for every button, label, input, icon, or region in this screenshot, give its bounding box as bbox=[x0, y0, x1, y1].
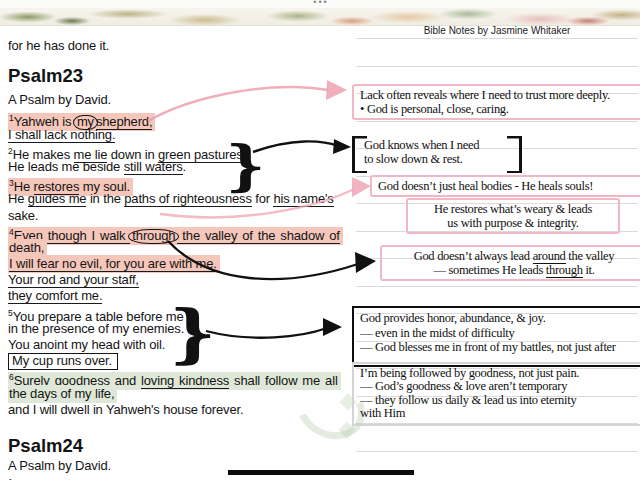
note-text-segment: • God is personal, close, caring. bbox=[360, 102, 509, 116]
note-text-segment: God doesn’t just heal bodies - He heals … bbox=[378, 179, 593, 193]
note-line: I’m being followed by goodness, not just… bbox=[360, 367, 640, 380]
note-text-segment: — God blesses me in front of my battles,… bbox=[360, 340, 616, 354]
note-line: God doesn’t always lead around the valle… bbox=[388, 249, 640, 263]
verse-line: He leads me beside still waters. bbox=[8, 159, 354, 175]
verse-line: 2He makes me lie down in green pastures. bbox=[8, 143, 354, 159]
curly-brace-ink: } bbox=[169, 295, 216, 370]
text-segment: A Psalm by David. bbox=[8, 458, 111, 473]
boxed-phrase-ink: My cup runs over. bbox=[8, 353, 118, 370]
note-lack-reveals: Lack often reveals where I need to trust… bbox=[352, 84, 640, 120]
text-segment: still waters bbox=[124, 159, 183, 175]
floral-cover-strip bbox=[0, 8, 640, 26]
text-segment: the days of my life, bbox=[9, 386, 114, 401]
verse-line: I will fear no evil, for you are with me… bbox=[8, 256, 354, 272]
green-highlight: the days of my life, bbox=[8, 385, 117, 403]
note-text-segment: Lack often reveals where I need to trust… bbox=[360, 88, 610, 102]
verse-line: and I will dwell in Yahweh's house forev… bbox=[8, 402, 354, 418]
text-segment: guides me bbox=[28, 191, 87, 207]
text-segment: they comfort me. bbox=[8, 288, 102, 304]
note-text-segment: God provides honor, abundance, & joy. bbox=[360, 311, 545, 325]
note-line: — they follow us daily & lead us into et… bbox=[360, 394, 640, 407]
curly-brace-ink: } bbox=[225, 133, 265, 197]
note-text-segment: through bbox=[546, 263, 583, 278]
psalm24-heading: Psalm24 bbox=[8, 434, 354, 458]
note-restores-weary: He restores what’s weary & leadsus with … bbox=[406, 198, 620, 234]
bible-text-column: for he has done it.Psalm23A Psalm by Dav… bbox=[8, 38, 354, 480]
pink-highlight: 4Even though I walk through the valley o… bbox=[8, 227, 343, 245]
verse-line: 4Even though I walk through the valley o… bbox=[8, 224, 354, 240]
note-text-segment: with Him bbox=[360, 406, 405, 420]
verse-line: He guides me in the paths of righteousne… bbox=[8, 191, 354, 207]
top-toolbar: ••• bbox=[0, 0, 640, 8]
text-segment: . bbox=[183, 159, 186, 174]
text-segment: the valley of the shadow of bbox=[177, 228, 339, 244]
text-segment: Your rod and your staff, bbox=[8, 272, 139, 288]
note-text-segment: God doesn’t always lead bbox=[414, 249, 533, 263]
note-line: — even in the midst of difficulty bbox=[360, 326, 640, 341]
note-line: with Him bbox=[360, 407, 640, 420]
thick-marker-ink bbox=[228, 470, 414, 475]
notes-column-title: Bible Notes by Jasmine Whitaker bbox=[356, 25, 638, 36]
note-line: He restores what’s weary & leads bbox=[414, 202, 612, 216]
note-line: God provides honor, abundance, & joy. bbox=[360, 311, 640, 326]
toolbar-toggle-icon[interactable]: ••• bbox=[306, 0, 336, 7]
note-followed-by-goodness: I’m being followed by goodness, not just… bbox=[352, 362, 640, 426]
text-segment: in the bbox=[86, 191, 124, 206]
note-text-segment: it. bbox=[583, 263, 595, 277]
note-heals-souls: God doesn’t just heal bodies - He heals … bbox=[370, 175, 640, 197]
text-segment: sake. bbox=[8, 208, 38, 223]
text-segment: You anoint my head with oil. bbox=[8, 337, 165, 352]
note-text-segment: the valley bbox=[566, 249, 615, 263]
text-segment: He leads me beside bbox=[8, 159, 124, 174]
note-line: Lack often reveals where I need to trust… bbox=[360, 88, 640, 102]
circled-word-ink: through bbox=[128, 229, 179, 244]
note-text-segment: I’m being followed by goodness, not just… bbox=[360, 366, 579, 380]
note-line: — God’s goodness & love aren’t temporary bbox=[360, 380, 640, 393]
text-segment: I shall lack nothing. bbox=[8, 127, 115, 143]
verse-line: 1The earth is Yahweh's, with its fullnes… bbox=[8, 474, 354, 480]
note-text-segment: us with purpose & integrity. bbox=[447, 216, 578, 230]
text-segment: loving kindness bbox=[141, 373, 229, 389]
note-text-segment: — God’s goodness & love aren’t temporary bbox=[360, 379, 567, 393]
psalm23-heading: Psalm23 bbox=[8, 64, 354, 88]
note-line: • God is personal, close, caring. bbox=[360, 102, 640, 116]
pink-highlight: I will fear no evil, for you are with me… bbox=[8, 255, 220, 273]
note-text-segment: — they follow us daily & lead us into et… bbox=[360, 393, 576, 407]
verse-line: Your rod and your staff, bbox=[8, 272, 354, 288]
verse-line: 1Yahweh is myshepherd; bbox=[8, 110, 354, 126]
note-text-segment: — even in the midst of difficulty bbox=[360, 326, 514, 340]
text-segment: his name's bbox=[273, 191, 333, 207]
verse-line: 6Surely goodness and loving kindness sha… bbox=[8, 369, 354, 385]
verse-line: I shall lack nothing. bbox=[8, 127, 354, 143]
psalm22-tail: for he has done it. bbox=[8, 38, 354, 54]
note-line: us with purpose & integrity. bbox=[414, 216, 612, 230]
note-text-segment: around bbox=[533, 249, 566, 264]
note-line: — sometimes He leads through it. bbox=[388, 263, 640, 277]
note-provides-honor: God provides honor, abundance, & joy.— e… bbox=[352, 306, 640, 367]
note-text-segment: God knows when I need bbox=[364, 138, 479, 152]
text-segment: I will fear no evil, for you are with me… bbox=[9, 256, 217, 272]
note-text-segment: He restores what’s weary & leads bbox=[434, 202, 592, 216]
text-segment: for he has done it. bbox=[8, 38, 109, 53]
text-segment: shall follow me all bbox=[229, 373, 338, 388]
text-segment: Psalm23 bbox=[8, 65, 83, 86]
verse-line: 3He restores my soul. bbox=[8, 175, 354, 191]
verse-line: sake. bbox=[8, 208, 354, 224]
note-line: to slow down & rest. bbox=[364, 152, 510, 166]
note-text-segment: to slow down & rest. bbox=[364, 152, 463, 166]
text-segment: in the presence of my enemies. bbox=[8, 321, 184, 336]
text-segment: and I will dwell in Yahweh's house forev… bbox=[8, 402, 243, 417]
text-segment: A Psalm by David. bbox=[8, 92, 111, 107]
note-app-page: ••• Bible Notes by Jasmine Whitaker for … bbox=[0, 0, 640, 480]
text-segment: He bbox=[8, 191, 28, 206]
psalm23-subtitle: A Psalm by David. bbox=[8, 92, 354, 108]
note-line: — God blesses me in front of my battles,… bbox=[360, 340, 640, 355]
text-segment: Psalm24 bbox=[8, 435, 83, 456]
text-segment: death, bbox=[9, 240, 44, 256]
note-line: God knows when I need bbox=[364, 138, 510, 152]
note-text-segment: — sometimes He leads bbox=[433, 263, 545, 277]
note-line: God doesn’t just heal bodies - He heals … bbox=[378, 179, 636, 193]
note-lead-through: God doesn’t always lead around the valle… bbox=[380, 245, 640, 281]
note-god-knows: God knows when I needto slow down & rest… bbox=[352, 136, 522, 173]
